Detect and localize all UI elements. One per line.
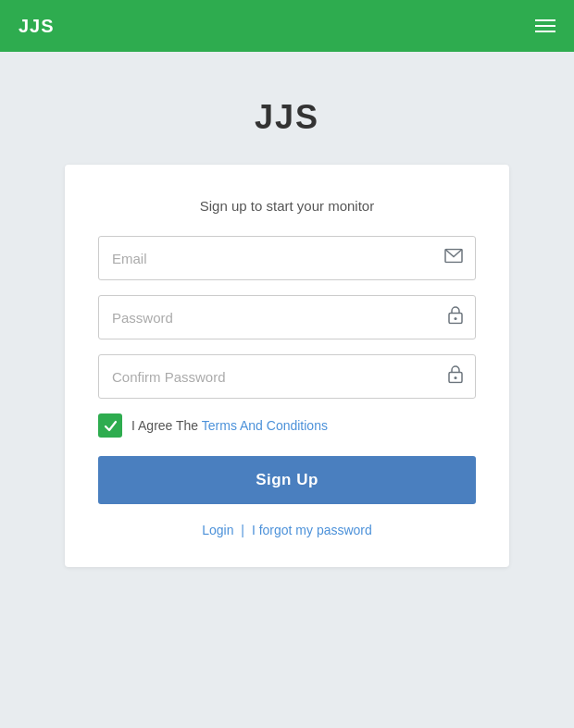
login-link[interactable]: Login	[202, 523, 233, 537]
card-subtitle: Sign up to start your monitor	[98, 198, 476, 214]
confirm-password-input[interactable]	[98, 354, 476, 399]
menu-icon[interactable]	[535, 19, 555, 32]
terms-link[interactable]: Terms And Conditions	[202, 418, 328, 433]
page-body: JJS Sign up to start your monitor	[0, 52, 574, 567]
signup-card: Sign up to start your monitor	[65, 165, 509, 567]
terms-label: I Agree The Terms And Conditions	[131, 418, 328, 433]
signup-button[interactable]: Sign Up	[98, 456, 476, 504]
terms-checkbox[interactable]	[98, 413, 122, 438]
forgot-password-link[interactable]: I forgot my password	[252, 523, 372, 537]
page-title: JJS	[255, 98, 319, 137]
footer-links: Login | I forgot my password	[98, 523, 476, 537]
footer-separator: |	[237, 523, 247, 537]
email-input[interactable]	[98, 236, 476, 280]
password-input[interactable]	[98, 295, 476, 339]
password-input-group	[98, 295, 476, 339]
confirm-password-input-group	[98, 354, 476, 399]
terms-row: I Agree The Terms And Conditions	[98, 413, 476, 438]
email-input-group	[98, 236, 476, 280]
navbar-brand: JJS	[19, 16, 55, 37]
navbar: JJS	[0, 0, 574, 52]
